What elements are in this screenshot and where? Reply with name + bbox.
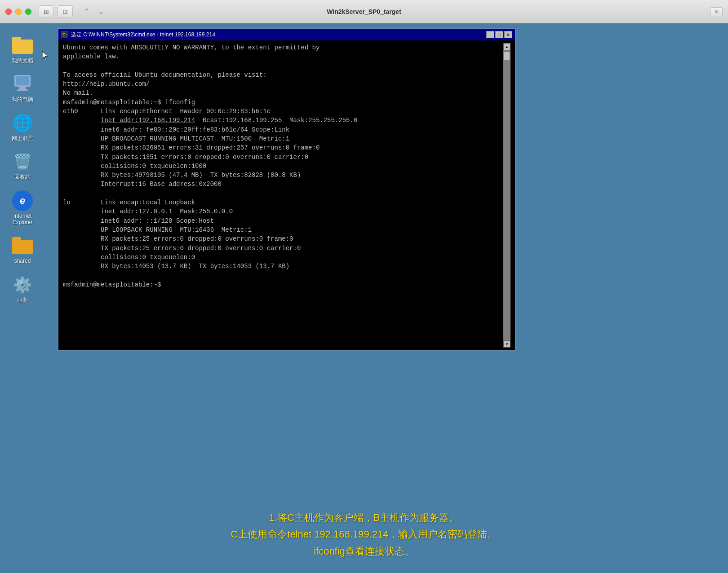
computer-icon (12, 75, 33, 93)
my-documents-label: 我的文档 (12, 57, 33, 64)
network-label: 网上邻居 (12, 135, 33, 141)
network-img: 🌐 (13, 114, 33, 132)
ie-label: Internet Explorer (7, 213, 38, 226)
recycle-img: 🗑️ (13, 153, 32, 171)
expand-button[interactable]: ⊡ (710, 7, 723, 16)
maximize-button[interactable] (25, 9, 31, 15)
service-img: ⚙️ (13, 276, 32, 294)
service-label: 服务 (17, 297, 28, 303)
bottom-annotation: 1.将C主机作为客户端，B主机作为服务器。 C上使用命令telnet 192.1… (0, 509, 728, 560)
desktop: 我的文档 我的电脑 🌐 网上邻居 🗑️ 回收站 (0, 23, 728, 573)
minimize-button[interactable] (15, 9, 22, 15)
shared-img (12, 237, 33, 254)
cmd-minimize-button[interactable]: _ (486, 31, 494, 38)
ie-icon[interactable]: e Internet Explorer (4, 188, 40, 229)
recycle-label: 回收站 (14, 174, 31, 180)
scroll-down-button[interactable]: ▼ (503, 340, 510, 348)
cmd-titlebar: C: 选定 C:\WINNT\System32\cmd.exe - telnet… (58, 29, 515, 40)
titlebar-controls: ⊞ ⊡ (39, 5, 73, 18)
cmd-scrollbar[interactable]: ▲ ▼ (503, 43, 510, 348)
titlebar-nav: ⌃ ⌄ (80, 5, 107, 18)
service-icon[interactable]: ⚙️ 服务 (4, 272, 40, 306)
annotation-line3: ifconfig查看连接状态。 (0, 543, 728, 560)
close-button[interactable] (5, 9, 12, 15)
back-button[interactable]: ⌃ (80, 5, 93, 18)
tile-button[interactable]: ⊞ (39, 5, 54, 18)
scroll-up-button[interactable]: ▲ (503, 43, 510, 50)
cmd-title-text: 选定 C:\WINNT\System32\cmd.exe - telnet 19… (71, 31, 215, 39)
ie-img: e (12, 190, 33, 211)
cmd-text-area: Ubuntu comes with ABSOLUTELY NO WARRANTY… (63, 43, 503, 348)
folder-icon (12, 37, 33, 54)
forward-button[interactable]: ⌄ (94, 5, 107, 18)
titlebar: ⊞ ⊡ ⌃ ⌄ Win2kServer_SP0_target ⊡ (0, 0, 728, 23)
shared-icon[interactable]: shared (4, 233, 40, 267)
window-title: Win2kServer_SP0_target (327, 8, 401, 15)
cmd-close-button[interactable]: × (504, 31, 512, 38)
scroll-thumb[interactable] (504, 51, 510, 60)
cmd-maximize-button[interactable]: □ (495, 31, 503, 38)
traffic-lights (5, 9, 31, 15)
my-computer-icon[interactable]: 我的电脑 (4, 71, 40, 105)
cmd-app-icon: C: (61, 31, 68, 38)
annotation-line1: 1.将C主机作为客户端，B主机作为服务器。 (0, 509, 728, 526)
screen-button[interactable]: ⊡ (58, 5, 73, 18)
recycle-bin-icon[interactable]: 🗑️ 回收站 (4, 149, 40, 183)
desktop-icons: 我的文档 我的电脑 🌐 网上邻居 🗑️ 回收站 (0, 23, 45, 315)
my-documents-icon[interactable]: 我的文档 (4, 32, 40, 66)
annotation-line2: C上使用命令telnet 192.168.199.214，输入用户名密码登陆。 (0, 526, 728, 542)
network-icon[interactable]: 🌐 网上邻居 (4, 110, 40, 144)
svg-text:C:: C: (62, 33, 67, 37)
shared-label: shared (14, 258, 31, 264)
cmd-window: C: 选定 C:\WINNT\System32\cmd.exe - telnet… (58, 28, 516, 351)
my-computer-label: 我的电脑 (12, 96, 33, 102)
cmd-window-buttons: _ □ × (486, 31, 512, 38)
cmd-content[interactable]: Ubuntu comes with ABSOLUTELY NO WARRANTY… (58, 40, 515, 350)
